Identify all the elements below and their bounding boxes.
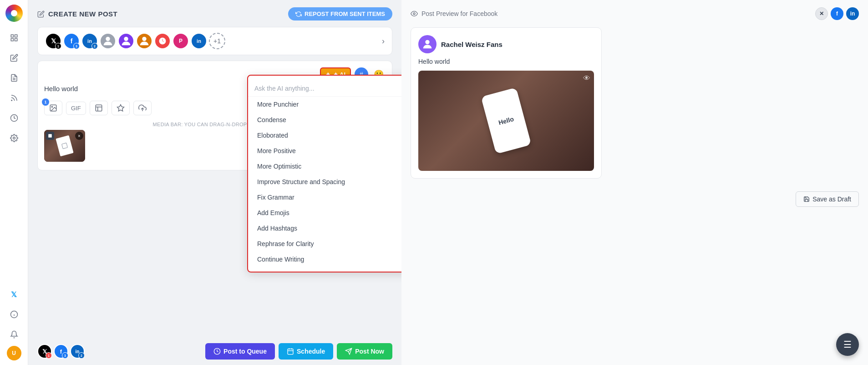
svg-point-14 <box>142 37 146 41</box>
preview-panel: Post Preview for Facebook ✕ f in Rachel … <box>401 0 868 365</box>
account-x-badge: 1 <box>55 43 61 49</box>
post-footer: 𝕏 1 f 3 in 2 Post to Queue <box>28 338 401 365</box>
account-x[interactable]: 𝕏 1 <box>45 33 61 49</box>
account-linkedin[interactable]: in 2 <box>81 33 98 49</box>
card-icon <box>61 142 68 149</box>
fb-phone-mockup: Hello <box>481 87 532 154</box>
preview-social-buttons: ✕ f in <box>815 7 859 20</box>
repost-button[interactable]: REPOST FROM SENT ITEMS <box>288 7 392 21</box>
fb-post-image: Hello 👁 <box>418 71 594 171</box>
media-card <box>56 135 73 156</box>
account-plus[interactable]: +1 <box>209 33 225 49</box>
collab-button[interactable] <box>112 101 130 115</box>
edit-title-icon <box>37 10 45 18</box>
sidebar-item-clock[interactable] <box>5 109 23 127</box>
preview-fb-btn[interactable]: f <box>831 7 843 20</box>
account-person2[interactable] <box>118 33 134 49</box>
post-now-icon <box>345 348 352 355</box>
ai-option-add-emojis[interactable]: Add Emojis <box>248 205 401 221</box>
upload-button[interactable] <box>133 101 152 115</box>
sidebar-item-gear[interactable] <box>5 129 23 147</box>
footer-account-x[interactable]: 𝕏 1 <box>37 344 52 359</box>
thumb-icon <box>48 134 52 138</box>
svg-rect-1 <box>15 35 17 37</box>
chat-fab-button[interactable]: ☰ <box>836 333 859 356</box>
ai-option-more-punchier[interactable]: More Punchier <box>248 97 401 112</box>
ai-search-bar: ↵ <box>248 80 401 97</box>
sidebar-item-grid[interactable] <box>5 29 23 46</box>
queue-icon <box>213 348 221 355</box>
ai-option-continue[interactable]: Continue Writing <box>248 252 401 267</box>
preview-title-container: Post Preview for Facebook <box>411 10 497 17</box>
post-editor: ✦ ✦ AI # 🙂 Hello world 1 GIF <box>37 61 392 170</box>
ai-option-more-positive[interactable]: More Positive <box>248 143 401 159</box>
svg-rect-3 <box>15 39 17 41</box>
sidebar-item-rss[interactable] <box>5 89 23 107</box>
fb-avatar-icon <box>421 38 434 51</box>
save-icon <box>803 196 810 202</box>
person1-icon <box>102 35 114 47</box>
account-other1[interactable] <box>154 33 171 49</box>
save-as-draft-button[interactable]: Save as Draft <box>796 191 859 207</box>
footer-account-li[interactable]: in 2 <box>70 344 85 359</box>
facebook-preview: Rachel Weisz Fans Hello world Hello 👁 <box>411 27 602 179</box>
svg-point-33 <box>425 40 429 44</box>
template-icon <box>95 104 103 112</box>
svg-point-17 <box>51 106 52 107</box>
ai-dropdown: ↵ More Punchier Condense Eloborated More… <box>247 75 401 272</box>
preview-x-btn[interactable]: ✕ <box>815 7 828 20</box>
account-linkedin-badge: 2 <box>91 43 98 49</box>
user-avatar[interactable]: U <box>7 346 21 360</box>
footer-actions: Post to Queue Schedule Post Now <box>205 343 392 360</box>
create-panel: CREATE NEW POST REPOST FROM SENT ITEMS 𝕏… <box>28 0 401 365</box>
account-facebook-badge: 3 <box>73 43 80 49</box>
ai-option-eloborated[interactable]: Eloborated <box>248 128 401 143</box>
account-person1[interactable] <box>100 33 116 49</box>
svg-rect-26 <box>288 349 293 355</box>
svg-marker-21 <box>117 105 124 111</box>
ai-option-condense[interactable]: Condense <box>248 112 401 128</box>
account-other2[interactable]: P <box>173 33 189 49</box>
ai-option-add-hashtags[interactable]: Add Hashtags <box>248 221 401 236</box>
sidebar-item-twitter[interactable]: 𝕏 <box>5 286 23 303</box>
media-close-button[interactable]: × <box>75 132 83 140</box>
accounts-chevron[interactable]: › <box>382 36 385 46</box>
image-upload-button[interactable]: 1 <box>44 101 62 115</box>
account-person3[interactable] <box>136 33 152 49</box>
post-to-queue-button[interactable]: Post to Queue <box>205 343 275 360</box>
fb-image-eye[interactable]: 👁 <box>583 74 590 82</box>
svg-point-32 <box>413 13 415 15</box>
ai-option-improve-structure[interactable]: Improve Structure and Spacing <box>248 174 401 190</box>
ai-input[interactable] <box>254 85 401 92</box>
main-area: CREATE NEW POST REPOST FROM SENT ITEMS 𝕏… <box>28 0 868 365</box>
ai-option-rephrase[interactable]: Rephrase for Clarity <box>248 236 401 252</box>
panel-title: CREATE NEW POST <box>37 10 117 18</box>
svg-point-6 <box>11 100 12 101</box>
post-now-button[interactable]: Post Now <box>337 343 392 360</box>
schedule-button[interactable]: Schedule <box>279 343 333 360</box>
footer-account-fb[interactable]: f 3 <box>54 344 68 359</box>
save-draft-label: Save as Draft <box>812 195 851 203</box>
account-facebook[interactable]: f 3 <box>63 33 80 49</box>
ai-option-fix-grammar[interactable]: Fix Grammar <box>248 190 401 205</box>
image-icon <box>49 104 57 112</box>
sidebar-item-document[interactable] <box>5 69 23 87</box>
svg-point-13 <box>124 37 128 41</box>
image-badge: 1 <box>42 98 49 106</box>
repost-icon <box>295 11 302 17</box>
svg-rect-24 <box>62 143 68 149</box>
app-logo[interactable] <box>5 5 23 22</box>
template-button[interactable] <box>90 101 108 115</box>
svg-point-12 <box>106 37 110 41</box>
account-selector[interactable]: 𝕏 1 f 3 in 2 <box>37 27 392 55</box>
preview-li-btn[interactable]: in <box>846 7 859 20</box>
panel-header: CREATE NEW POST REPOST FROM SENT ITEMS <box>37 7 392 21</box>
gif-button[interactable]: GIF <box>66 102 86 115</box>
other1-icon <box>158 37 167 45</box>
ai-option-more-optimistic[interactable]: More Optimistic <box>248 159 401 174</box>
sidebar-item-info[interactable] <box>5 306 23 323</box>
account-linkedin2[interactable]: in <box>191 33 207 49</box>
sidebar-item-bell[interactable] <box>5 326 23 343</box>
sidebar-item-edit[interactable] <box>5 49 23 67</box>
svg-point-8 <box>13 137 15 139</box>
